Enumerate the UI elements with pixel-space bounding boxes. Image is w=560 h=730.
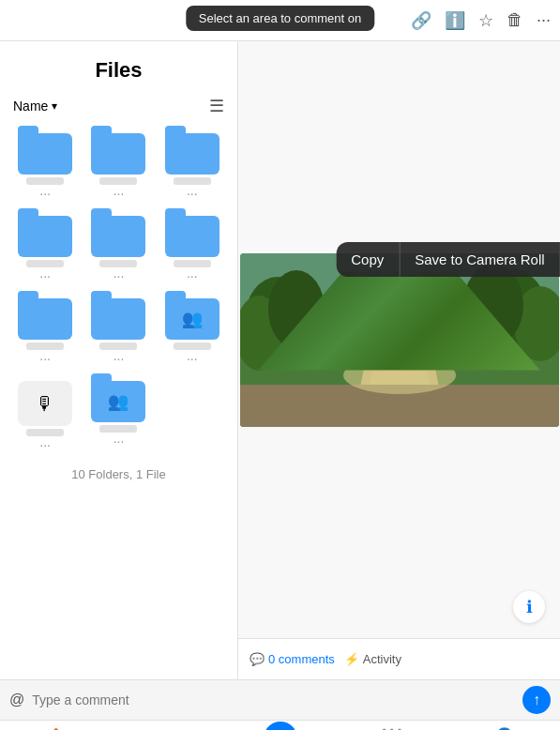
folder-label — [174, 260, 211, 267]
top-bar-icons: 🔗 ℹ️ ☆ 🗑 ··· — [411, 10, 551, 31]
list-item[interactable]: 👥 ··· — [157, 293, 228, 368]
folder-grid-row3: ··· ··· 👥 ··· — [0, 289, 237, 372]
folder-more-icon[interactable]: ··· — [114, 268, 125, 283]
comment-input[interactable] — [32, 692, 515, 707]
folder-label — [26, 342, 64, 350]
svg-point-11 — [343, 357, 456, 394]
bottom-area: @ ↑ 🏠 Home 📁 Files + Create 🖼 Photos 👤 A… — [0, 679, 560, 730]
folder-icon — [18, 298, 72, 340]
folder-more-icon[interactable]: ··· — [39, 351, 51, 366]
svg-point-4 — [268, 270, 325, 349]
left-panel: Files Name ▾ ☰ ··· ··· ··· — [0, 41, 238, 679]
list-item[interactable]: ··· — [9, 128, 81, 203]
trash-icon[interactable]: 🗑 — [507, 10, 523, 30]
folder-more-icon[interactable]: ··· — [114, 186, 125, 201]
copy-button[interactable]: Copy — [336, 242, 399, 277]
list-item[interactable]: 🎙 ··· — [9, 375, 81, 454]
grid-view-icon[interactable]: ☰ — [209, 96, 224, 116]
bottom-nav: 🏠 Home 📁 Files + Create 🖼 Photos 👤 Accou… — [0, 720, 560, 730]
save-to-camera-roll-button[interactable]: Save to Camera Roll — [399, 242, 559, 277]
folder-more-icon[interactable]: ··· — [187, 268, 198, 283]
right-panel: Copy Save to Camera Roll Open in... — [238, 41, 560, 679]
link-icon[interactable]: 🔗 — [411, 10, 431, 31]
list-item[interactable]: ··· — [157, 128, 228, 203]
nav-create[interactable]: + Create — [224, 722, 336, 730]
folder-more-icon[interactable]: ··· — [187, 186, 198, 201]
folder-grid-row2: ··· ··· ··· — [0, 206, 237, 289]
info-button[interactable]: ℹ — [513, 591, 545, 623]
files-title: Files — [0, 41, 237, 92]
folder-icon — [18, 216, 72, 257]
list-item-empty — [157, 375, 228, 454]
top-bar: Select an area to comment on 🔗 ℹ️ ☆ 🗑 ··… — [0, 0, 560, 41]
list-item[interactable]: ··· — [9, 210, 81, 285]
list-item[interactable]: ··· — [83, 128, 154, 203]
right-panel-content: Copy Save to Camera Roll Open in... — [238, 41, 560, 638]
folder-label — [99, 342, 137, 350]
folder-icon — [91, 216, 145, 257]
star-icon[interactable]: ☆ — [478, 10, 493, 31]
folder-label — [99, 177, 137, 185]
name-sort-button[interactable]: Name ▾ — [13, 99, 57, 114]
right-panel-bottom: 💬 0 comments ⚡ Activity — [238, 638, 560, 679]
main-layout: Files Name ▾ ☰ ··· ··· ··· — [0, 41, 560, 679]
sort-chevron-icon: ▾ — [52, 99, 57, 113]
folder-label — [174, 342, 211, 350]
folder-more-icon[interactable]: ··· — [39, 268, 51, 283]
comment-icon: 💬 — [250, 652, 265, 666]
name-label: Name — [13, 99, 48, 114]
files-footer: 10 Folders, 1 File — [0, 458, 237, 485]
at-icon[interactable]: @ — [9, 692, 24, 708]
comment-input-area: @ ↑ — [0, 679, 560, 720]
shared-folder-icon2: 👥 — [91, 381, 145, 422]
list-item[interactable]: ··· — [9, 293, 81, 368]
activity-tab[interactable]: ⚡ Activity — [344, 652, 401, 666]
folder-label — [174, 177, 211, 185]
folder-icon — [18, 133, 72, 175]
activity-icon: ⚡ — [344, 652, 359, 666]
list-item[interactable]: 👥 ··· — [83, 375, 154, 454]
folder-more-icon[interactable]: ··· — [187, 351, 198, 366]
folder-label — [26, 260, 64, 267]
folder-label — [26, 177, 64, 185]
image-preview — [240, 253, 559, 427]
image-preview-wrapper[interactable]: Copy Save to Camera Roll Open in... — [240, 253, 559, 427]
folder-icon — [91, 298, 145, 340]
folder-more-icon[interactable]: ··· — [39, 437, 51, 452]
create-button[interactable]: + — [264, 722, 297, 730]
info-icon[interactable]: ℹ️ — [445, 10, 465, 31]
folder-more-icon[interactable]: ··· — [39, 186, 51, 201]
folder-icon — [165, 216, 219, 257]
folder-more-icon[interactable]: ··· — [114, 351, 125, 366]
list-item[interactable]: ··· — [83, 293, 154, 368]
voice-memo-icon: 🎙 — [18, 381, 72, 426]
folder-grid-row4: 🎙 ··· 👥 ··· — [0, 372, 237, 458]
folder-icon — [165, 133, 219, 175]
shared-folder-icon: 👥 — [165, 298, 219, 340]
more-icon[interactable]: ··· — [537, 10, 551, 30]
list-item[interactable]: ··· — [83, 210, 154, 285]
folder-icon — [91, 133, 145, 175]
tooltip-banner: Select an area to comment on — [186, 6, 374, 31]
comments-count: 0 comments — [268, 652, 335, 666]
folder-label — [99, 260, 137, 267]
list-item[interactable]: ··· — [157, 210, 228, 285]
folder-grid-row1: ··· ··· ··· — [0, 124, 237, 206]
send-button[interactable]: ↑ — [522, 686, 551, 714]
folder-label — [99, 425, 137, 433]
context-menu: Copy Save to Camera Roll Open in... — [336, 242, 560, 277]
folder-label — [26, 429, 64, 436]
comments-tab[interactable]: 💬 0 comments — [250, 652, 335, 666]
files-header: Name ▾ ☰ — [0, 92, 237, 124]
activity-label: Activity — [363, 652, 401, 666]
folder-more-icon[interactable]: ··· — [114, 433, 125, 449]
